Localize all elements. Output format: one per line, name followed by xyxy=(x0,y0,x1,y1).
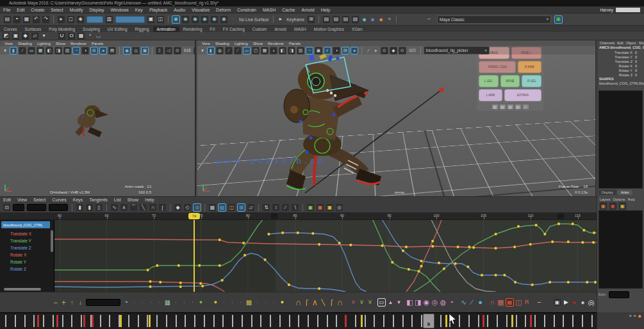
gebtm-30[interactable]: ╲ xyxy=(320,299,327,306)
keyframe[interactable] xyxy=(199,282,202,285)
picker-button-spine[interactable]: SPINE xyxy=(500,75,520,87)
gebtm-17[interactable]: ● xyxy=(212,299,219,306)
vpr-menu-view[interactable]: View xyxy=(199,42,213,46)
ge-tool-14[interactable]: ʃ xyxy=(158,203,167,212)
status-2[interactable]: ▦ xyxy=(22,15,31,24)
status-0[interactable]: ▤ xyxy=(3,15,12,24)
ge-tool-2[interactable] xyxy=(27,204,46,211)
timeline-right-icon-0[interactable]: « xyxy=(629,314,632,318)
ge-menu-keys[interactable]: Keys xyxy=(70,198,87,202)
ruler-bookmark-1[interactable] xyxy=(557,214,565,219)
gebtm-19[interactable]: · xyxy=(229,299,236,306)
layer-menu-options[interactable]: Options xyxy=(612,198,627,201)
ge-tool-10[interactable]: ∧ xyxy=(120,203,128,212)
gebtm-56[interactable]: ◫ xyxy=(515,299,522,306)
shelf-tab-uv-editing[interactable]: UV Editing xyxy=(104,26,131,32)
gebtm-53[interactable]: ∩ xyxy=(489,299,496,306)
ge-menu-curves[interactable]: Curves xyxy=(49,198,70,202)
shelf-tab-curves[interactable]: Curves xyxy=(0,26,21,32)
keyframe[interactable] xyxy=(149,280,152,283)
vpr-menu-lighting[interactable]: Lighting xyxy=(232,42,251,46)
vpl-tool-16[interactable]: ▣ xyxy=(141,47,149,55)
ge-menu-view[interactable]: View xyxy=(14,198,30,202)
gebtm-38[interactable]: ▭ xyxy=(377,298,386,307)
gebtm-47[interactable]: ◔ xyxy=(448,299,455,306)
vpr-tool-4[interactable]: ∕ xyxy=(234,47,242,55)
vpr-tool-23[interactable]: ⊙ xyxy=(399,47,406,55)
gebtm-32[interactable]: ∩ xyxy=(336,299,343,306)
vpl-tool-11[interactable]: ● xyxy=(99,47,107,55)
vpl-menu-show[interactable]: Show xyxy=(53,42,68,46)
keyframe[interactable] xyxy=(263,258,267,262)
vpr-menu-panels[interactable]: Panels xyxy=(286,42,303,46)
ge-channel-rotate-x[interactable]: Rotate X xyxy=(10,253,26,257)
ge-menu-list[interactable]: List xyxy=(111,198,124,202)
main-menu-playback[interactable]: Playback xyxy=(146,8,170,12)
gebtm-63[interactable]: ● xyxy=(571,299,578,306)
vpl-tool-5[interactable]: ◧ xyxy=(45,47,53,55)
gebtm-15[interactable]: ● xyxy=(197,299,204,306)
viewport-left[interactable]: ViewShadingLightingShowRendererPanels ▾▮… xyxy=(0,40,196,196)
gebtm-7[interactable]: · xyxy=(131,299,138,306)
keyframe[interactable] xyxy=(146,269,149,272)
status-25[interactable]: Keyframe xyxy=(286,17,304,22)
status-42[interactable]: ▣ xyxy=(554,15,563,24)
keyframe[interactable] xyxy=(149,285,152,289)
main-menu-select[interactable]: Select xyxy=(47,8,66,12)
keyframe[interactable] xyxy=(220,279,224,282)
status-18[interactable]: ◉ xyxy=(201,15,209,24)
gebtm-51[interactable]: ● xyxy=(477,299,484,306)
gebtm-13[interactable]: · xyxy=(181,299,188,306)
gebtm-3[interactable]: ↑ xyxy=(69,299,76,306)
shelf-8[interactable]: ▦ xyxy=(77,32,85,40)
time-slider[interactable] xyxy=(0,312,597,329)
status-15[interactable]: ◉ xyxy=(172,15,180,24)
status-31[interactable]: ▤ xyxy=(351,15,359,24)
gebtm-24[interactable]: · xyxy=(270,299,277,306)
main-menu-windows[interactable]: Windows xyxy=(107,8,131,12)
channel-row-translate-z[interactable]: Translate Z0 xyxy=(597,59,644,63)
main-menu-modify[interactable]: Modify xyxy=(67,8,87,12)
ge-tool-32[interactable]: ▣ xyxy=(316,203,324,212)
gebtm-39[interactable]: ▲ xyxy=(387,299,394,306)
outliner-vscrollbar[interactable] xyxy=(51,230,53,252)
status-8[interactable]: ◈ xyxy=(76,15,85,24)
ge-tool-16[interactable]: ◆ xyxy=(174,203,182,212)
ge-tool-21[interactable]: ▤ xyxy=(218,203,226,212)
vpl-tool-7[interactable]: ▥ xyxy=(63,47,71,55)
vpl-tool-1[interactable]: ▮ xyxy=(10,47,17,55)
gebtm-49[interactable]: ∿ xyxy=(460,299,467,306)
ge-tool-29[interactable]: ∖ xyxy=(291,203,299,212)
ge-tool-5[interactable]: ▮ xyxy=(76,203,84,212)
channel-row-translate-y[interactable]: Translate Y0 xyxy=(597,55,644,59)
gebtm-36[interactable]: ¥ xyxy=(367,299,374,306)
ge-channel-translate-y[interactable]: Translate Y xyxy=(10,239,31,243)
shelf-1[interactable]: ▣ xyxy=(12,32,20,40)
ge-tool-11[interactable]: ⌒ xyxy=(129,203,138,212)
vpr-tool-22[interactable]: ◆ xyxy=(390,47,397,55)
ge-tool-27[interactable]: ↕ xyxy=(272,203,280,212)
gebtm-6[interactable]: ◔ xyxy=(122,299,129,306)
keyframe[interactable] xyxy=(244,254,247,257)
status-6[interactable]: ▸ xyxy=(57,15,65,24)
vpr-tool-17[interactable]: ● xyxy=(351,47,358,55)
status-30[interactable]: ▤ xyxy=(342,15,350,24)
ge-tool-20[interactable]: ▦ xyxy=(208,203,217,212)
layer-2[interactable]: ▣ xyxy=(618,202,627,210)
gebtm-21[interactable]: ▩ xyxy=(245,299,252,306)
shelf-tab-sculpting[interactable]: Sculpting xyxy=(79,26,104,32)
shelf-tab-poly-modeling[interactable]: Poly Modeling xyxy=(45,26,79,32)
gebtm-8[interactable]: · xyxy=(139,299,146,306)
vpr-tool-8[interactable]: ◖ xyxy=(270,47,277,55)
vpr-tool-26[interactable]: bloodhound_rig_picker▾ xyxy=(424,46,490,55)
gebtm-65[interactable]: ◎ xyxy=(588,299,595,306)
gebtm-40[interactable]: ▼ xyxy=(395,299,402,306)
vpr-tool-5[interactable]: ▭ xyxy=(243,47,251,55)
gebtm-46[interactable]: ◍ xyxy=(440,299,447,306)
picker-button-extras[interactable]: EXTRAS xyxy=(504,89,541,101)
vpr-tool-16[interactable]: ▤ xyxy=(342,47,349,55)
status-13[interactable]: ◫ xyxy=(156,15,165,24)
ge-tool-17[interactable]: ◇ xyxy=(183,203,192,212)
cbox-menu-channels[interactable]: Channels xyxy=(599,41,616,45)
main-menu-constrain[interactable]: Constrain xyxy=(234,8,260,12)
